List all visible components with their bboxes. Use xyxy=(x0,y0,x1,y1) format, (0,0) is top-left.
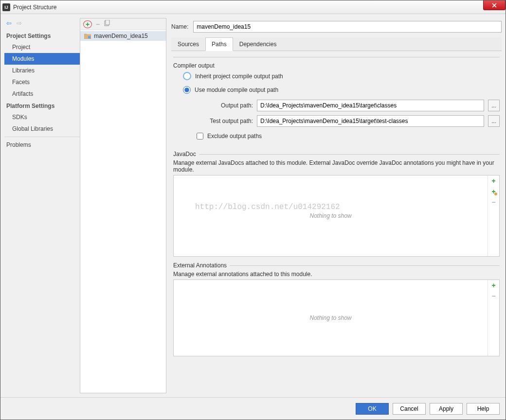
sidebar-item-artifacts[interactable]: Artifacts xyxy=(4,88,80,100)
main-panel: Name: Sources Paths Dependencies Compile… xyxy=(166,18,502,393)
annotations-add-icon[interactable]: + xyxy=(488,280,499,291)
sidebar-item-sdks[interactable]: SDKs xyxy=(4,111,80,123)
titlebar: IJ Project Structure xyxy=(0,0,506,14)
name-label: Name: xyxy=(171,23,188,30)
svg-rect-2 xyxy=(88,36,90,38)
sidebar-item-facets[interactable]: Facets xyxy=(4,76,80,88)
radio-use-module[interactable] xyxy=(183,86,191,94)
javadoc-add-url-icon[interactable]: + xyxy=(488,186,499,197)
sidebar: ⇦ ⇨ Project Settings Project Modules Lib… xyxy=(4,18,80,393)
copy-module-icon[interactable] xyxy=(104,20,110,28)
output-path-label: Output path: xyxy=(197,102,253,109)
annotations-buttons: + − xyxy=(488,280,499,356)
annotations-section: External Annotations Manage external ann… xyxy=(173,265,500,356)
tabs: Sources Paths Dependencies xyxy=(171,37,502,51)
module-list-panel: + − mavenDemo_idea15 xyxy=(80,18,166,393)
module-item[interactable]: mavenDemo_idea15 xyxy=(80,31,166,41)
module-list: mavenDemo_idea15 xyxy=(80,30,166,393)
radio-inherit[interactable] xyxy=(183,72,191,80)
test-output-path-row: Test output path: … xyxy=(197,115,500,127)
output-path-input[interactable] xyxy=(257,100,484,111)
add-module-icon[interactable]: + xyxy=(83,20,92,28)
test-output-path-browse[interactable]: … xyxy=(488,115,500,127)
cancel-button[interactable]: Cancel xyxy=(393,403,426,415)
svg-rect-1 xyxy=(106,20,109,25)
output-path-browse[interactable]: … xyxy=(488,100,500,111)
annotations-list: Nothing to show + − xyxy=(173,280,500,356)
sidebar-item-global-libraries[interactable]: Global Libraries xyxy=(4,123,80,135)
javadoc-list: Nothing to show http://blog.csdn.net/u01… xyxy=(173,175,500,257)
sidebar-heading-project: Project Settings xyxy=(4,30,80,41)
sidebar-item-problems[interactable]: Problems xyxy=(4,139,80,151)
module-item-label: mavenDemo_idea15 xyxy=(94,33,148,39)
javadoc-remove-icon[interactable]: − xyxy=(488,197,499,208)
sidebar-divider xyxy=(4,137,80,137)
tab-paths[interactable]: Paths xyxy=(205,37,233,51)
exclude-output-row[interactable]: Exclude output paths xyxy=(197,131,500,141)
path-grid: Output path: … Test output path: … xyxy=(197,100,500,127)
project-structure-dialog: IJ Project Structure ⇦ ⇨ Project Setting… xyxy=(0,0,506,420)
tab-dependencies[interactable]: Dependencies xyxy=(233,37,283,51)
javadoc-desc: Manage external JavaDocs attached to thi… xyxy=(173,159,500,173)
javadoc-add-icon[interactable]: + xyxy=(488,175,499,186)
close-button[interactable] xyxy=(483,0,506,10)
radio-use-module-row[interactable]: Use module compile output path xyxy=(173,83,500,97)
annotations-remove-icon[interactable]: − xyxy=(488,291,499,301)
module-folder-icon xyxy=(84,33,91,39)
close-icon xyxy=(492,3,497,8)
javadoc-section: JavaDoc Manage external JavaDocs attache… xyxy=(173,154,500,257)
footer: OK Cancel Apply Help xyxy=(0,397,506,420)
apply-button[interactable]: Apply xyxy=(430,403,463,415)
sidebar-item-modules[interactable]: Modules xyxy=(4,53,80,65)
javadoc-buttons: + + − xyxy=(488,175,499,256)
back-icon[interactable]: ⇦ xyxy=(6,19,12,27)
tab-sources[interactable]: Sources xyxy=(171,37,205,51)
radio-use-module-label: Use module compile output path xyxy=(195,87,278,93)
javadoc-empty: Nothing to show xyxy=(174,175,488,256)
remove-module-icon[interactable]: − xyxy=(96,20,100,28)
radio-inherit-label: Inherit project compile output path xyxy=(195,73,283,80)
sidebar-toolbar: ⇦ ⇨ xyxy=(4,18,80,30)
radio-inherit-row[interactable]: Inherit project compile output path xyxy=(173,69,500,83)
body: ⇦ ⇨ Project Settings Project Modules Lib… xyxy=(0,14,506,397)
compiler-output-legend: Compiler output xyxy=(173,62,217,69)
test-output-path-label: Test output path: xyxy=(197,118,253,124)
exclude-output-checkbox[interactable] xyxy=(197,133,203,140)
ok-button[interactable]: OK xyxy=(356,403,389,415)
help-button[interactable]: Help xyxy=(467,403,500,415)
module-name-input[interactable] xyxy=(193,21,502,33)
compiler-output-group: Compiler output Inherit project compile … xyxy=(173,57,500,145)
output-path-row: Output path: … xyxy=(197,100,500,111)
module-toolbar: + − xyxy=(80,18,166,30)
tab-content-paths: Compiler output Inherit project compile … xyxy=(171,51,502,393)
name-row: Name: xyxy=(171,18,502,37)
app-icon: IJ xyxy=(2,3,10,11)
sidebar-item-project[interactable]: Project xyxy=(4,41,80,53)
annotations-empty: Nothing to show xyxy=(174,280,488,356)
test-output-path-input[interactable] xyxy=(257,115,484,127)
window-title: Project Structure xyxy=(13,4,56,11)
sidebar-item-libraries[interactable]: Libraries xyxy=(4,65,80,76)
sidebar-heading-platform: Platform Settings xyxy=(4,100,80,111)
forward-icon[interactable]: ⇨ xyxy=(17,19,22,27)
exclude-output-label: Exclude output paths xyxy=(207,133,262,140)
annotations-desc: Manage external annotations attached to … xyxy=(173,271,500,278)
